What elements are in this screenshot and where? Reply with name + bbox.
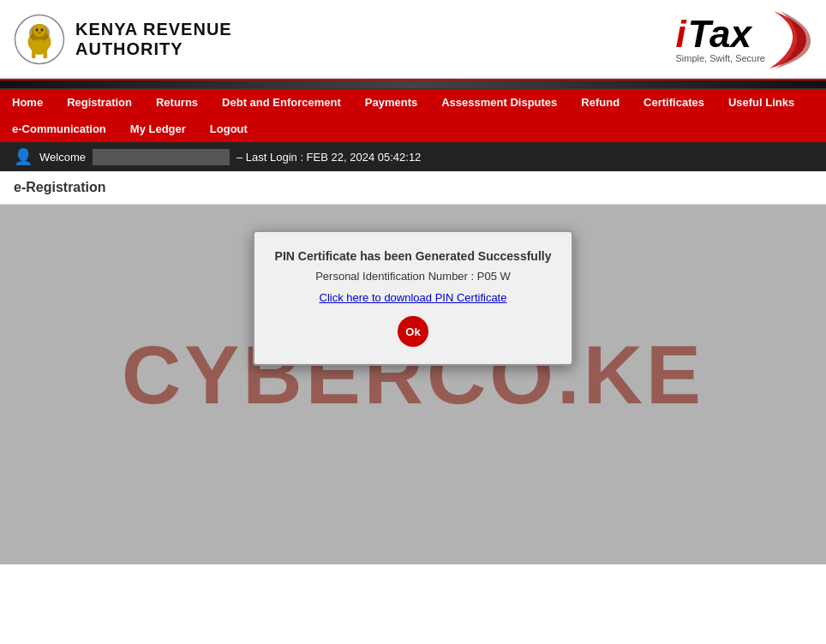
nav-payments[interactable]: Payments [353,89,429,116]
welcome-bar: 👤 Welcome – Last Login : FEB 22, 2024 05… [0,142,826,171]
download-pin-link[interactable]: Click here to download PIN Certificate [275,291,552,304]
itax-swoosh-icon [765,7,812,71]
svg-point-6 [41,27,44,31]
user-name-field[interactable] [93,149,230,165]
pin-success-modal: PIN Certificate has been Generated Succe… [253,230,574,366]
modal-pin-row: Personal Identification Number : P05 W [275,270,552,283]
itax-brand: i Tax Simple, Swift, Secure [675,7,812,71]
nav-home[interactable]: Home [0,89,55,116]
itax-tagline: Simple, Swift, Secure [675,53,765,63]
pin-suffix: W [500,270,511,283]
svg-rect-10 [44,51,48,58]
pin-label: Personal Identification Number : P05 [315,270,497,283]
nav-e-communication[interactable]: e-Communication [0,116,118,142]
itax-tax-text: Tax [688,15,751,53]
header: Kenya Revenue Authority i Tax Simple, Sw… [0,0,826,79]
nav-registration[interactable]: Registration [55,89,144,116]
nav-logout[interactable]: Logout [198,116,260,142]
svg-rect-9 [32,51,36,58]
nav-bar: Home Registration Returns Debt and Enfor… [0,89,826,142]
nav-certificates[interactable]: Certificates [631,89,716,116]
nav-my-ledger[interactable]: My Ledger [118,116,198,142]
modal-ok-button[interactable]: Ok [398,316,428,347]
modal-title: PIN Certificate has been Generated Succe… [275,249,552,263]
user-icon: 👤 [14,147,33,166]
nav-debt-enforcement[interactable]: Debt and Enforcement [210,89,353,116]
last-login-text: – Last Login : FEB 22, 2024 05:42:12 [236,151,421,164]
welcome-label: Welcome [39,151,86,164]
divider-bar [0,79,826,89]
page-title: e-Registration [0,171,826,205]
itax-logo: i Tax Simple, Swift, Secure [675,15,765,63]
kra-brand: Kenya Revenue Authority [14,14,232,65]
svg-point-4 [33,24,46,37]
main-content: CYBERCO.KE PIN Certificate has been Gene… [0,205,826,564]
nav-refund[interactable]: Refund [569,89,631,116]
nav-returns[interactable]: Returns [144,89,210,116]
svg-point-5 [36,27,39,31]
itax-i-letter: i [675,15,685,53]
nav-useful-links[interactable]: Useful Links [716,89,806,116]
kra-title: Kenya Revenue Authority [75,20,232,59]
kra-logo-icon [14,14,65,65]
modal-overlay: PIN Certificate has been Generated Succe… [0,205,826,564]
nav-assessment-disputes[interactable]: Assessment Disputes [429,89,569,116]
svg-point-7 [38,32,42,34]
